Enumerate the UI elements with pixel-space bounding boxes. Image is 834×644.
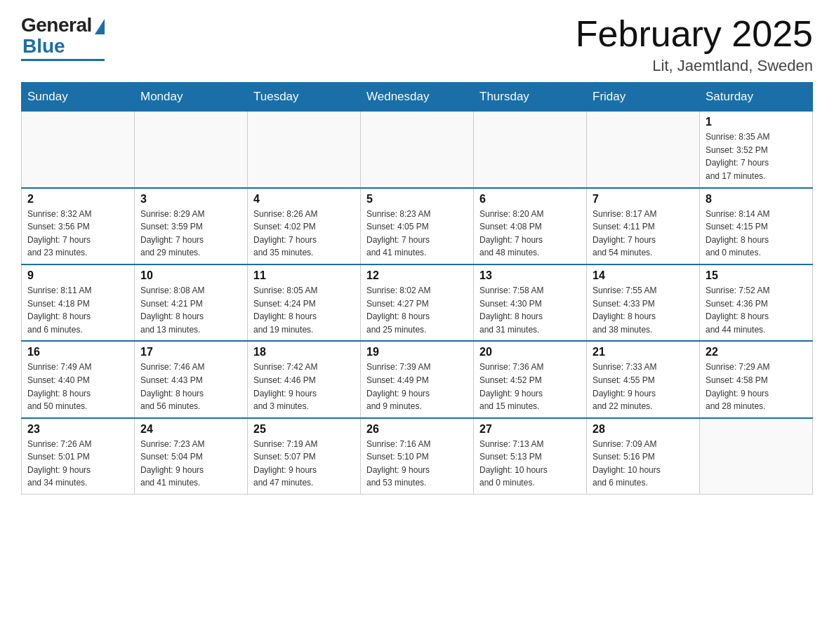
calendar-week-row: 1Sunrise: 8:35 AMSunset: 3:52 PMDaylight… — [22, 112, 813, 188]
calendar-day-cell: 13Sunrise: 7:58 AMSunset: 4:30 PMDayligh… — [474, 264, 587, 341]
day-number: 8 — [706, 193, 807, 206]
calendar-day-cell: 9Sunrise: 8:11 AMSunset: 4:18 PMDaylight… — [22, 264, 135, 341]
calendar-day-cell: 7Sunrise: 8:17 AMSunset: 4:11 PMDaylight… — [587, 188, 700, 264]
calendar-day-cell — [22, 112, 135, 188]
calendar-day-cell: 8Sunrise: 8:14 AMSunset: 4:15 PMDaylight… — [700, 188, 813, 264]
day-number: 7 — [593, 193, 694, 206]
day-number: 10 — [140, 269, 241, 282]
day-info: Sunrise: 8:35 AMSunset: 3:52 PMDaylight:… — [706, 130, 807, 182]
day-info: Sunrise: 8:29 AMSunset: 3:59 PMDaylight:… — [140, 208, 241, 260]
calendar-day-cell: 1Sunrise: 8:35 AMSunset: 3:52 PMDaylight… — [700, 112, 813, 188]
day-info: Sunrise: 8:26 AMSunset: 4:02 PMDaylight:… — [253, 208, 355, 260]
day-number: 27 — [479, 423, 581, 436]
day-number: 22 — [706, 346, 807, 358]
calendar-day-cell: 14Sunrise: 7:55 AMSunset: 4:33 PMDayligh… — [587, 264, 700, 341]
day-info: Sunrise: 8:20 AMSunset: 4:08 PMDaylight:… — [479, 208, 581, 260]
calendar-day-cell: 25Sunrise: 7:19 AMSunset: 5:07 PMDayligh… — [248, 418, 361, 495]
day-info: Sunrise: 8:05 AMSunset: 4:24 PMDaylight:… — [253, 284, 355, 336]
day-info: Sunrise: 7:39 AMSunset: 4:49 PMDaylight:… — [366, 361, 468, 412]
day-number: 4 — [253, 193, 355, 206]
weekday-header-wednesday: Wednesday — [361, 83, 474, 112]
day-info: Sunrise: 7:49 AMSunset: 4:40 PMDaylight:… — [27, 361, 128, 412]
calendar-day-cell — [248, 112, 361, 188]
day-info: Sunrise: 7:29 AMSunset: 4:58 PMDaylight:… — [706, 361, 807, 412]
day-info: Sunrise: 7:42 AMSunset: 4:46 PMDaylight:… — [253, 361, 355, 412]
calendar-day-cell: 3Sunrise: 8:29 AMSunset: 3:59 PMDaylight… — [135, 188, 248, 264]
day-info: Sunrise: 7:16 AMSunset: 5:10 PMDaylight:… — [366, 438, 468, 490]
calendar-day-cell: 20Sunrise: 7:36 AMSunset: 4:52 PMDayligh… — [474, 341, 587, 417]
day-number: 5 — [366, 193, 468, 206]
calendar-day-cell: 26Sunrise: 7:16 AMSunset: 5:10 PMDayligh… — [361, 418, 474, 495]
logo: General Blue — [21, 14, 105, 61]
calendar-week-row: 16Sunrise: 7:49 AMSunset: 4:40 PMDayligh… — [22, 341, 813, 417]
weekday-header-monday: Monday — [135, 83, 248, 112]
day-number: 26 — [366, 423, 468, 436]
day-info: Sunrise: 7:46 AMSunset: 4:43 PMDaylight:… — [140, 361, 241, 412]
day-number: 14 — [593, 269, 694, 282]
calendar-day-cell: 15Sunrise: 7:52 AMSunset: 4:36 PMDayligh… — [700, 264, 813, 341]
day-number: 28 — [593, 423, 694, 436]
day-info: Sunrise: 7:36 AMSunset: 4:52 PMDaylight:… — [479, 361, 581, 412]
calendar-day-cell: 5Sunrise: 8:23 AMSunset: 4:05 PMDaylight… — [361, 188, 474, 264]
calendar-day-cell: 22Sunrise: 7:29 AMSunset: 4:58 PMDayligh… — [700, 341, 813, 417]
calendar-table: SundayMondayTuesdayWednesdayThursdayFrid… — [21, 82, 813, 495]
calendar-day-cell: 28Sunrise: 7:09 AMSunset: 5:16 PMDayligh… — [587, 418, 700, 495]
day-number: 21 — [593, 346, 694, 358]
day-number: 19 — [366, 346, 468, 358]
location-title: Lit, Jaemtland, Sweden — [576, 57, 813, 75]
weekday-header-friday: Friday — [587, 83, 700, 112]
calendar-day-cell — [361, 112, 474, 188]
calendar-day-cell — [587, 112, 700, 188]
day-number: 16 — [27, 346, 128, 358]
calendar-week-row: 2Sunrise: 8:32 AMSunset: 3:56 PMDaylight… — [22, 188, 813, 264]
day-info: Sunrise: 7:23 AMSunset: 5:04 PMDaylight:… — [140, 438, 241, 490]
day-info: Sunrise: 7:55 AMSunset: 4:33 PMDaylight:… — [593, 284, 694, 336]
calendar-day-cell: 2Sunrise: 8:32 AMSunset: 3:56 PMDaylight… — [22, 188, 135, 264]
day-number: 17 — [140, 346, 241, 358]
weekday-header-sunday: Sunday — [22, 83, 135, 112]
title-area: February 2025 Lit, Jaemtland, Sweden — [576, 14, 813, 75]
day-number: 6 — [479, 193, 581, 206]
calendar-week-row: 9Sunrise: 8:11 AMSunset: 4:18 PMDaylight… — [22, 264, 813, 341]
calendar-day-cell: 10Sunrise: 8:08 AMSunset: 4:21 PMDayligh… — [135, 264, 248, 341]
day-info: Sunrise: 8:08 AMSunset: 4:21 PMDaylight:… — [140, 284, 241, 336]
day-info: Sunrise: 8:02 AMSunset: 4:27 PMDaylight:… — [366, 284, 468, 336]
calendar-day-cell: 16Sunrise: 7:49 AMSunset: 4:40 PMDayligh… — [22, 341, 135, 417]
day-info: Sunrise: 7:09 AMSunset: 5:16 PMDaylight:… — [593, 438, 694, 490]
calendar-day-cell: 18Sunrise: 7:42 AMSunset: 4:46 PMDayligh… — [248, 341, 361, 417]
day-info: Sunrise: 8:23 AMSunset: 4:05 PMDaylight:… — [366, 208, 468, 260]
calendar-day-cell: 17Sunrise: 7:46 AMSunset: 4:43 PMDayligh… — [135, 341, 248, 417]
month-title: February 2025 — [576, 14, 813, 54]
day-number: 12 — [366, 269, 468, 282]
day-info: Sunrise: 7:13 AMSunset: 5:13 PMDaylight:… — [479, 438, 581, 490]
weekday-header-row: SundayMondayTuesdayWednesdayThursdayFrid… — [22, 83, 813, 112]
day-number: 18 — [253, 346, 355, 358]
day-number: 13 — [479, 269, 581, 282]
calendar-day-cell: 24Sunrise: 7:23 AMSunset: 5:04 PMDayligh… — [135, 418, 248, 495]
day-info: Sunrise: 8:11 AMSunset: 4:18 PMDaylight:… — [27, 284, 128, 336]
day-number: 9 — [27, 269, 128, 282]
weekday-header-saturday: Saturday — [700, 83, 813, 112]
day-number: 1 — [706, 116, 807, 128]
logo-blue-text: Blue — [22, 35, 65, 58]
day-info: Sunrise: 7:58 AMSunset: 4:30 PMDaylight:… — [479, 284, 581, 336]
logo-triangle-icon — [95, 19, 105, 34]
day-number: 2 — [27, 193, 128, 206]
day-info: Sunrise: 8:32 AMSunset: 3:56 PMDaylight:… — [27, 208, 128, 260]
calendar-day-cell: 27Sunrise: 7:13 AMSunset: 5:13 PMDayligh… — [474, 418, 587, 495]
calendar-day-cell: 6Sunrise: 8:20 AMSunset: 4:08 PMDaylight… — [474, 188, 587, 264]
logo-underline — [21, 59, 105, 61]
day-info: Sunrise: 8:17 AMSunset: 4:11 PMDaylight:… — [593, 208, 694, 260]
day-number: 24 — [140, 423, 241, 436]
day-number: 3 — [140, 193, 241, 206]
calendar-day-cell: 11Sunrise: 8:05 AMSunset: 4:24 PMDayligh… — [248, 264, 361, 341]
weekday-header-tuesday: Tuesday — [248, 83, 361, 112]
calendar-week-row: 23Sunrise: 7:26 AMSunset: 5:01 PMDayligh… — [22, 418, 813, 495]
day-info: Sunrise: 7:52 AMSunset: 4:36 PMDaylight:… — [706, 284, 807, 336]
page-header: General Blue February 2025 Lit, Jaemtlan… — [21, 14, 813, 75]
calendar-day-cell: 19Sunrise: 7:39 AMSunset: 4:49 PMDayligh… — [361, 341, 474, 417]
calendar-day-cell: 23Sunrise: 7:26 AMSunset: 5:01 PMDayligh… — [22, 418, 135, 495]
day-number: 23 — [27, 423, 128, 436]
calendar-day-cell — [135, 112, 248, 188]
logo-general-text: General — [21, 14, 92, 36]
